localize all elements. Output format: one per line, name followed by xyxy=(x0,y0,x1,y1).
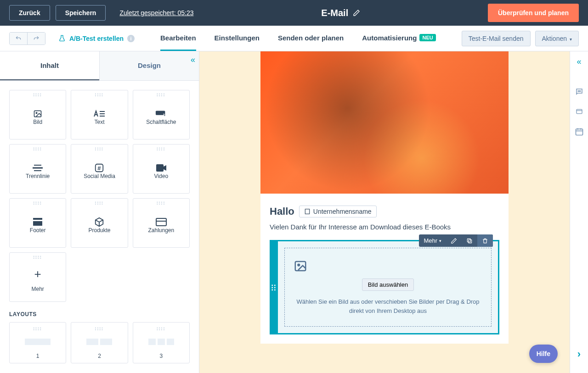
drag-handle-icon[interactable]: ▪▪▪▪▪▪ xyxy=(271,284,277,291)
review-button[interactable]: Überprüfen und planen xyxy=(488,4,579,22)
plus-icon: + xyxy=(34,267,41,281)
pencil-icon xyxy=(451,238,457,244)
topbar: Zurück Speichern Zuletzt gespeichert: 05… xyxy=(0,0,588,26)
block-image[interactable]: ▪▪▪▪▪▪▪▪ Bild xyxy=(9,90,66,139)
selected-image-module[interactable]: Mehr ▾ ▪▪▪▪▪▪ Bild auswählen Wählen Sie … xyxy=(270,240,499,334)
copy-icon xyxy=(466,238,473,244)
module-dropzone[interactable]: Bild auswählen Wählen Sie ein Bild aus o… xyxy=(284,248,492,327)
layout-preview xyxy=(25,339,51,345)
block-text[interactable]: ▪▪▪▪▪▪▪▪ Text xyxy=(71,90,128,139)
block-button-label: Schaltfläche xyxy=(146,119,176,125)
module-toolbar: Mehr ▾ xyxy=(419,234,493,247)
block-payments-label: Zahlungen xyxy=(148,227,174,234)
svg-rect-11 xyxy=(156,164,164,172)
new-badge: NEU xyxy=(419,34,435,41)
layout-3[interactable]: ▪▪▪▪▪▪▪▪ 3 xyxy=(133,322,190,363)
collapse-left-icon[interactable]: « xyxy=(191,55,195,65)
block-video-label: Video xyxy=(154,173,168,179)
grip-icon: ▪▪▪▪▪▪▪▪ xyxy=(95,93,104,97)
edit-title-icon[interactable] xyxy=(353,9,360,17)
svg-rect-21 xyxy=(467,239,470,242)
svg-rect-20 xyxy=(469,239,472,243)
expand-right-icon[interactable]: › xyxy=(577,348,581,360)
module-more-button[interactable]: Mehr ▾ xyxy=(419,234,446,247)
hero-image[interactable] xyxy=(260,51,509,194)
help-button[interactable]: Hilfe xyxy=(529,345,558,363)
redo-button[interactable] xyxy=(27,33,45,45)
tab-schedule[interactable]: Senden oder planen xyxy=(278,26,344,51)
choose-image-button[interactable]: Bild auswählen xyxy=(362,278,414,291)
save-button[interactable]: Speichern xyxy=(56,5,106,21)
block-button[interactable]: ▪▪▪▪▪▪▪▪ Schaltfläche xyxy=(133,90,190,139)
block-products[interactable]: ▪▪▪▪▪▪▪▪ Produkte xyxy=(71,198,128,248)
ab-test-link[interactable]: A/B-Test erstellen i xyxy=(58,35,135,42)
block-footer[interactable]: ▪▪▪▪▪▪▪▪ Footer xyxy=(9,198,66,248)
email-stage: Hallo Unternehmensname Vielen Dank für I… xyxy=(260,51,509,344)
layouts-heading: LAYOUTS xyxy=(9,311,190,317)
block-footer-label: Footer xyxy=(30,227,46,234)
svg-point-1 xyxy=(36,112,37,114)
collapse-right-icon[interactable]: « xyxy=(577,57,581,67)
grip-icon: ▪▪▪▪▪▪▪▪ xyxy=(33,147,42,151)
block-more[interactable]: ▪▪▪▪▪▪▪▪ + Mehr xyxy=(9,252,66,302)
grip-icon: ▪▪▪▪▪▪▪▪ xyxy=(157,327,165,331)
grip-icon: ▪▪▪▪▪▪▪▪ xyxy=(157,93,165,97)
svg-rect-12 xyxy=(33,218,42,220)
svg-rect-13 xyxy=(33,221,42,226)
module-edit-button[interactable] xyxy=(446,234,462,247)
tab-automation-label: Automatisierung xyxy=(362,34,417,42)
block-divider-label: Trennlinie xyxy=(26,173,50,179)
nav-tabs: Bearbeiten Einstellungen Senden oder pla… xyxy=(139,26,457,51)
greeting-text[interactable]: Hallo xyxy=(270,206,294,217)
module-clone-button[interactable] xyxy=(462,234,477,247)
svg-point-26 xyxy=(580,91,581,92)
footer-icon xyxy=(32,217,44,227)
panel-body: ▪▪▪▪▪▪▪▪ Bild ▪▪▪▪▪▪▪▪ Text ▪▪▪▪▪▪▪▪ Sch… xyxy=(0,81,199,373)
greeting-row: Hallo Unternehmensname xyxy=(270,206,499,217)
box-icon xyxy=(93,217,105,227)
info-icon[interactable]: i xyxy=(127,35,135,42)
body-text[interactable]: Vielen Dank für Ihr Interesse am Downloa… xyxy=(270,223,499,231)
layout-1-label: 1 xyxy=(36,353,40,359)
preview-icon[interactable] xyxy=(575,108,584,115)
flask-icon xyxy=(58,35,66,42)
layout-3-label: 3 xyxy=(159,353,163,359)
tab-edit[interactable]: Bearbeiten xyxy=(160,26,196,51)
block-social[interactable]: ▪▪▪▪▪▪▪▪ # Social Media xyxy=(71,144,128,194)
panel-tab-content[interactable]: Inhalt xyxy=(0,51,99,80)
canvas[interactable]: Hallo Unternehmensname Vielen Dank für I… xyxy=(199,51,570,373)
panel-tab-design[interactable]: Design xyxy=(99,51,199,80)
layout-1[interactable]: ▪▪▪▪▪▪▪▪ 1 xyxy=(9,322,66,363)
send-test-button[interactable]: Test-E-Mail senden xyxy=(462,31,531,46)
undo-button[interactable] xyxy=(10,33,27,45)
block-products-label: Produkte xyxy=(88,227,110,234)
block-payments[interactable]: ▪▪▪▪▪▪▪▪ Zahlungen xyxy=(133,198,190,248)
tab-settings[interactable]: Einstellungen xyxy=(215,26,260,51)
page-title: E-Mail xyxy=(321,8,348,18)
back-button[interactable]: Zurück xyxy=(9,5,50,21)
hashtag-icon: # xyxy=(93,163,105,173)
svg-point-23 xyxy=(298,264,300,266)
block-divider[interactable]: ▪▪▪▪▪▪▪▪ Trennlinie xyxy=(9,144,66,194)
dropzone-hint: Wählen Sie ein Bild aus oder verschieben… xyxy=(292,297,484,315)
svg-rect-16 xyxy=(305,209,309,214)
comments-icon[interactable] xyxy=(575,88,584,96)
card-icon xyxy=(155,217,167,227)
layout-2[interactable]: ▪▪▪▪▪▪▪▪ 2 xyxy=(71,322,128,363)
email-body: Hallo Unternehmensname Vielen Dank für I… xyxy=(260,194,509,344)
block-video[interactable]: ▪▪▪▪▪▪▪▪ Video xyxy=(133,144,190,194)
calendar-icon[interactable] xyxy=(575,127,584,136)
button-icon xyxy=(155,109,167,119)
trash-icon xyxy=(482,238,488,244)
tab-automation[interactable]: Automatisierung NEU xyxy=(362,26,435,51)
grip-icon: ▪▪▪▪▪▪▪▪ xyxy=(33,93,42,97)
module-delete-button[interactable] xyxy=(477,234,493,247)
divider-icon xyxy=(32,163,44,173)
actions-dropdown[interactable]: Aktionen▾ xyxy=(535,31,579,46)
personalization-token[interactable]: Unternehmensname xyxy=(299,206,377,217)
layout-2-label: 2 xyxy=(98,353,101,359)
last-saved-link[interactable]: Zuletzt gespeichert: 05:23 xyxy=(119,9,193,17)
svg-text:#: # xyxy=(98,165,101,172)
video-icon xyxy=(155,163,167,173)
layout-grid: ▪▪▪▪▪▪▪▪ 1 ▪▪▪▪▪▪▪▪ 2 ▪▪▪▪▪▪▪▪ 3 xyxy=(9,322,190,363)
